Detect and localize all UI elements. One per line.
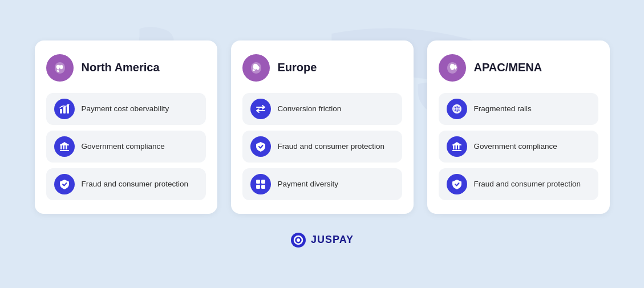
svg-rect-1	[63, 107, 66, 113]
chart-icon	[54, 99, 75, 119]
list-item: Conversion friction	[242, 93, 402, 125]
brand-footer: JUSPAY	[290, 232, 354, 248]
item-label: Conversion friction	[278, 104, 342, 114]
svg-point-21	[297, 238, 300, 242]
card-title-europe: Europe	[278, 61, 317, 74]
svg-rect-16	[458, 145, 460, 149]
svg-rect-9	[261, 180, 265, 184]
brand-name: JUSPAY	[311, 234, 354, 246]
list-item: Government compliance	[439, 131, 598, 163]
list-item: Payment diversity	[242, 168, 402, 200]
item-list-north-america: Payment cost obervability Government com…	[46, 93, 206, 200]
card-header-apac-mena: APAC/MENA	[439, 54, 598, 82]
region-icon-north-america	[46, 54, 74, 82]
card-europe: Europe Conversion friction Fraud and con…	[231, 40, 414, 214]
grid-icon	[250, 174, 271, 194]
svg-rect-15	[455, 145, 457, 149]
fragment-icon	[447, 99, 467, 119]
card-title-apac-mena: APAC/MENA	[474, 61, 542, 74]
svg-rect-8	[256, 180, 260, 184]
item-list-apac-mena: Fragmented rails Government compliance F…	[439, 93, 598, 200]
shield-icon	[250, 136, 271, 157]
svg-rect-7	[60, 144, 69, 145]
svg-rect-0	[60, 109, 62, 113]
bank-icon	[447, 136, 467, 157]
svg-rect-10	[256, 185, 260, 189]
item-label: Payment diversity	[278, 179, 339, 189]
card-north-america: North America Payment cost obervability …	[35, 40, 217, 214]
main-content: North America Payment cost obervability …	[0, 29, 644, 259]
list-item: Fraud and consumer protection	[439, 168, 598, 200]
svg-rect-14	[453, 145, 455, 149]
item-label: Government compliance	[82, 141, 165, 152]
item-list-europe: Conversion friction Fraud and consumer p…	[242, 93, 402, 200]
svg-rect-11	[261, 185, 265, 189]
svg-rect-4	[63, 145, 64, 149]
card-header-europe: Europe	[242, 54, 402, 82]
region-icon-europe	[242, 54, 270, 82]
list-item: Fraud and consumer protection	[46, 168, 206, 200]
list-item: Fraud and consumer protection	[242, 131, 402, 163]
item-label: Fraud and consumer protection	[82, 179, 189, 189]
cards-container: North America Payment cost obervability …	[35, 40, 610, 214]
list-item: Government compliance	[46, 131, 206, 163]
item-label: Fraud and consumer protection	[474, 179, 581, 189]
bank-icon	[54, 136, 75, 157]
item-label: Government compliance	[474, 141, 557, 152]
list-item: Fragmented rails	[439, 93, 598, 125]
svg-rect-3	[60, 145, 62, 149]
region-icon-apac-mena	[439, 54, 466, 82]
shield-icon	[54, 174, 75, 194]
item-label: Payment cost obervability	[82, 104, 169, 114]
card-header-north-america: North America	[46, 54, 206, 82]
shield-icon	[447, 174, 467, 194]
item-label: Fragmented rails	[474, 104, 532, 114]
svg-rect-18	[452, 144, 461, 145]
card-apac-mena: APAC/MENA Fragmented rails Government co…	[427, 40, 610, 214]
item-label: Fraud and consumer protection	[278, 141, 385, 152]
card-title-north-america: North America	[82, 61, 160, 74]
svg-rect-6	[60, 150, 69, 151]
svg-rect-5	[66, 145, 67, 149]
list-item: Payment cost obervability	[46, 93, 206, 125]
svg-rect-17	[452, 150, 461, 151]
juspay-logo-icon	[290, 232, 306, 248]
arrows-icon	[250, 99, 271, 119]
